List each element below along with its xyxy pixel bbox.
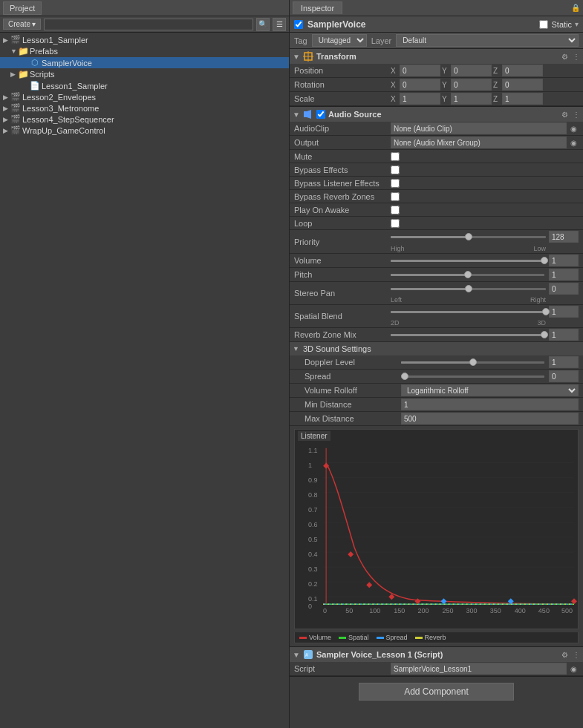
transform-menu-icon[interactable]: ⋮ — [573, 53, 580, 61]
min-distance-input[interactable] — [401, 399, 579, 410]
rotation-y-input[interactable] — [451, 79, 492, 91]
tree-arrow-prefabs: ▼ — [10, 47, 18, 55]
spread-value-input[interactable] — [549, 370, 579, 382]
script-component-icon: # — [303, 649, 313, 660]
folder-icon-scripts: 📁 — [18, 69, 28, 79]
spread-slider[interactable] — [401, 370, 544, 382]
tree-item-wrapup[interactable]: ▶ 🎬 WrapUp_GameControl — [0, 125, 289, 136]
bypass-effects-row: Bypass Effects — [290, 163, 583, 177]
audio-source-header[interactable]: ▼ Audio Source ⚙ ⋮ — [290, 107, 583, 122]
tree-item-lesson2[interactable]: ▶ 🎬 Lesson2_Envelopes — [0, 91, 289, 102]
scale-label: Scale — [294, 94, 391, 103]
inspector-header: Inspector 🔒 — [290, 0, 583, 16]
add-component-button[interactable]: Add Component — [359, 683, 514, 701]
reverb-zone-slider[interactable] — [391, 329, 544, 341]
layer-dropdown[interactable]: Default — [396, 34, 579, 47]
dropdown-arrow-icon: ▾ — [32, 20, 36, 28]
spatial-blend-slider[interactable] — [391, 306, 546, 318]
scale-x-input[interactable] — [400, 93, 440, 105]
svg-text:150: 150 — [394, 607, 405, 614]
reverb-zone-value-input[interactable] — [549, 329, 579, 341]
priority-slider[interactable] — [391, 231, 546, 243]
script-picker-icon[interactable]: ◉ — [568, 665, 579, 673]
object-active-checkbox[interactable] — [294, 20, 303, 29]
min-distance-row: Min Distance — [290, 398, 583, 412]
position-x-input[interactable] — [400, 65, 440, 76]
options-icon-button[interactable]: ☰ — [273, 18, 286, 31]
stereo-pan-value-input[interactable] — [549, 283, 579, 295]
audio-source-checkbox[interactable] — [316, 110, 325, 119]
play-on-awake-checkbox[interactable] — [391, 206, 400, 214]
audioclip-picker-icon[interactable]: ◉ — [568, 125, 579, 133]
tree-item-lesson3[interactable]: ▶ 🎬 Lesson3_Metronome — [0, 102, 289, 114]
tree-label: Lesson3_Metronome — [22, 104, 99, 113]
play-on-awake-row: Play On Awake — [290, 203, 583, 217]
create-button[interactable]: Create ▾ — [3, 19, 41, 30]
audioclip-input[interactable] — [391, 122, 567, 134]
doppler-value-input[interactable] — [549, 356, 579, 368]
position-z-input[interactable] — [502, 65, 543, 76]
scale-y-input[interactable] — [451, 93, 492, 105]
svg-text:0.2: 0.2 — [308, 580, 318, 588]
transform-section-header[interactable]: ▼ Transform ⚙ ⋮ — [290, 49, 583, 64]
script-menu-icon[interactable]: ⋮ — [573, 651, 580, 659]
static-checkbox[interactable] — [539, 20, 548, 29]
tag-dropdown[interactable]: Untagged — [312, 34, 367, 47]
svg-text:1: 1 — [308, 462, 312, 469]
tree-arrow-lesson1: ▶ — [3, 36, 10, 44]
audio-source-icon — [303, 109, 313, 119]
script-value-input[interactable] — [391, 663, 567, 675]
scale-z-input[interactable] — [502, 93, 543, 105]
script-file-icon: 📄 — [30, 81, 40, 91]
doppler-row: Doppler Level — [290, 355, 583, 370]
pitch-slider[interactable] — [391, 269, 544, 281]
doppler-slider[interactable] — [401, 356, 544, 368]
tree-item-samplervoice[interactable]: ⬡ SamplerVoice — [0, 57, 289, 68]
transform-settings-icon[interactable]: ⚙ — [561, 53, 568, 61]
add-component-bar: Add Component — [290, 677, 583, 706]
svg-text:0.4: 0.4 — [308, 551, 318, 558]
bypass-listener-checkbox[interactable] — [391, 179, 400, 188]
rotation-row: Rotation X Y Z — [290, 78, 583, 92]
tree-item-lesson1-sampler[interactable]: ▶ 🎬 Lesson1_Sampler — [0, 34, 289, 45]
ry-label: Y — [442, 81, 449, 89]
search-input[interactable] — [44, 19, 253, 30]
script-section-header[interactable]: ▼ # Sampler Voice_Lesson 1 (Script) ⚙ ⋮ — [290, 647, 583, 662]
tree-item-prefabs[interactable]: ▼ 📁 Prefabs — [0, 45, 289, 57]
spatial-blend-value-input[interactable] — [549, 306, 579, 318]
pitch-value-input[interactable] — [549, 269, 579, 281]
tree-item-lesson1-script[interactable]: 📄 Lesson1_Sampler — [0, 80, 289, 91]
mute-row: Mute — [290, 150, 583, 163]
spread-legend-color — [377, 637, 384, 639]
sound-settings-header[interactable]: ▼ 3D Sound Settings — [290, 342, 583, 355]
tree-item-scripts[interactable]: ▶ 📁 Scripts — [0, 68, 289, 80]
priority-value-input[interactable] — [549, 231, 579, 243]
rotation-z-input[interactable] — [502, 79, 543, 91]
scene-icon: 🎬 — [10, 35, 21, 45]
inspector-lock-icon[interactable]: 🔒 — [571, 4, 580, 12]
output-picker-icon[interactable]: ◉ — [568, 139, 579, 147]
static-dropdown-icon[interactable]: ▾ — [575, 20, 579, 28]
position-label: Position — [294, 66, 391, 75]
script-settings-icon[interactable]: ⚙ — [561, 651, 568, 659]
audio-source-settings-icon[interactable]: ⚙ — [561, 111, 568, 119]
priority-high-label: High — [391, 245, 405, 252]
script-row: Script ◉ — [290, 662, 583, 676]
max-distance-input[interactable] — [401, 413, 579, 424]
inspector-tab[interactable]: Inspector — [293, 1, 342, 14]
audio-source-menu-icon[interactable]: ⋮ — [573, 111, 580, 119]
search-icon-button[interactable]: 🔍 — [256, 18, 270, 31]
loop-checkbox[interactable] — [391, 219, 400, 228]
project-tab[interactable]: Project — [3, 1, 42, 15]
mute-checkbox[interactable] — [391, 152, 400, 161]
position-y-input[interactable] — [451, 65, 492, 76]
volume-value-input[interactable] — [549, 255, 579, 266]
volume-slider[interactable] — [391, 255, 544, 266]
output-input[interactable] — [391, 137, 567, 148]
volume-rolloff-dropdown[interactable]: Logarithmic Rolloff — [401, 384, 579, 396]
bypass-reverb-checkbox[interactable] — [391, 192, 400, 201]
rotation-x-input[interactable] — [400, 79, 440, 91]
tree-item-lesson4[interactable]: ▶ 🎬 Lesson4_StepSequencer — [0, 114, 289, 125]
bypass-effects-checkbox[interactable] — [391, 165, 400, 174]
stereo-pan-slider[interactable] — [391, 283, 546, 295]
